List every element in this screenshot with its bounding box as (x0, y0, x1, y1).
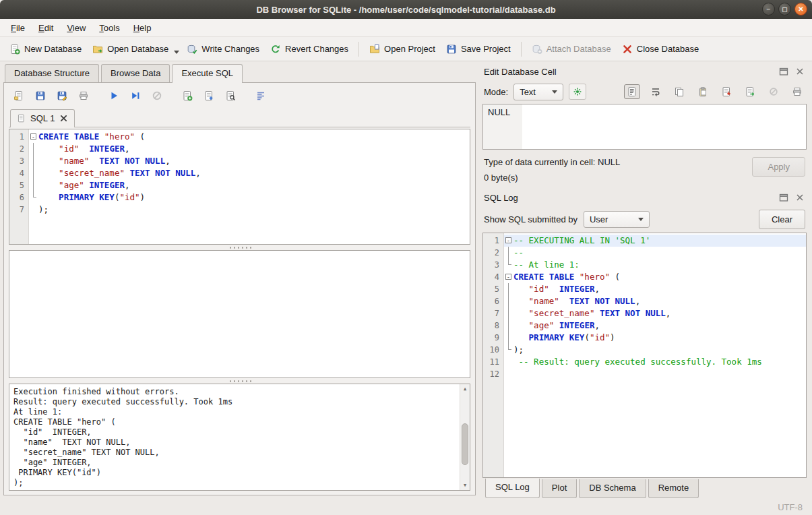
sql-log-filter-row: Show SQL submitted by User Clear (482, 206, 807, 233)
scrollbar-track[interactable] (460, 394, 470, 481)
format-sql-button[interactable] (252, 88, 270, 104)
print-sql-button[interactable] (75, 88, 92, 104)
code-text: -- (513, 247, 524, 259)
fold-marker-icon[interactable]: - (29, 131, 38, 143)
cell-value-editor[interactable]: NULL (482, 104, 807, 150)
stop-execution-icon (152, 90, 162, 101)
sql-tab-1[interactable]: SQL 1 (10, 109, 75, 127)
close-window-button[interactable]: ✕ (794, 3, 807, 16)
statusbar: UTF-8 (0, 498, 812, 515)
splitter-handle[interactable] (9, 378, 470, 384)
tab-database-structure[interactable]: Database Structure (5, 64, 99, 82)
paste-cell-button[interactable] (695, 84, 711, 99)
menu-edit[interactable]: Edit (32, 20, 60, 36)
save-sql-as-icon (57, 90, 67, 101)
stop-execution-button[interactable] (148, 88, 166, 104)
apply-button[interactable]: Apply (752, 157, 805, 177)
line-number: 9 (483, 332, 504, 344)
code-line: 12 (483, 368, 806, 380)
fold-marker-icon (29, 179, 38, 191)
dock-tab-sql-log[interactable]: SQL Log (485, 479, 540, 498)
auto-format-button[interactable] (569, 84, 586, 100)
float-panel-icon[interactable] (778, 66, 789, 77)
print-cell-button[interactable] (789, 84, 805, 99)
code-text: CREATE TABLE "hero" ( (513, 271, 620, 283)
new-database-button[interactable]: New Database (4, 40, 87, 59)
close-database-button[interactable]: Close Database (617, 40, 705, 59)
menu-help[interactable]: Help (127, 20, 158, 36)
save-project-button[interactable]: Save Project (441, 40, 516, 59)
fold-marker-icon (29, 191, 38, 204)
execute-line-button[interactable] (127, 88, 144, 104)
log-line: Result: query executed successfully. Too… (13, 397, 456, 407)
dock-tab-plot[interactable]: Plot (542, 479, 577, 498)
code-line: 7); (9, 204, 470, 216)
scrollbar-thumb[interactable] (462, 423, 468, 465)
fold-marker-icon (504, 295, 513, 307)
log-filter-select[interactable]: User (584, 211, 650, 228)
menu-file[interactable]: File (4, 20, 32, 36)
attach-database-button[interactable]: Attach Database (526, 40, 617, 59)
fold-marker-icon[interactable]: - (504, 235, 513, 247)
open-database-dropdown[interactable] (174, 40, 181, 57)
dock-tab-remote[interactable]: Remote (648, 479, 699, 498)
import-cell-button[interactable] (718, 84, 735, 99)
cell-value-gutter: NULL (483, 104, 522, 149)
export-cell-button[interactable] (742, 84, 758, 99)
open-project-button[interactable]: Open Project (364, 40, 441, 59)
sql-log-view[interactable]: 1--- EXECUTING ALL IN 'SQL 1'2--3-- At l… (482, 233, 807, 478)
line-number: 2 (9, 143, 29, 155)
clear-log-button[interactable]: Clear (759, 210, 805, 229)
open-sql-file-button[interactable] (10, 88, 28, 104)
find-replace-button[interactable] (222, 88, 239, 104)
close-tab-icon[interactable] (59, 114, 68, 123)
tab-browse-data[interactable]: Browse Data (101, 64, 170, 82)
new-sql-tab-button[interactable] (179, 88, 196, 104)
save-sql-file-button[interactable] (32, 88, 49, 104)
sql-editor[interactable]: 1-CREATE TABLE "hero" (2 "id" INTEGER,3 … (9, 129, 470, 245)
maximize-button[interactable]: ◻ (778, 3, 791, 16)
save-sql-as-button[interactable] (53, 88, 71, 104)
query-results-grid (9, 250, 470, 378)
menu-view[interactable]: View (60, 20, 92, 36)
word-wrap-button[interactable] (648, 84, 664, 99)
sql-log-header: SQL Log (482, 189, 807, 206)
execute-all-button[interactable] (105, 88, 123, 104)
find-replace-icon (225, 90, 236, 101)
revert-changes-button[interactable]: Revert Changes (265, 40, 354, 59)
minimize-button[interactable]: − (762, 3, 775, 16)
scroll-down-icon[interactable]: ▼ (460, 481, 470, 490)
vertical-scrollbar[interactable]: ▲ ▼ (460, 384, 470, 490)
tab-execute-sql[interactable]: Execute SQL (172, 64, 243, 83)
print-cell-icon (792, 86, 803, 97)
new-database-label: New Database (24, 44, 82, 54)
text-mode-button[interactable] (624, 84, 640, 99)
dock-tab-db-schema[interactable]: DB Schema (579, 479, 646, 498)
code-text: "secret_name" TEXT NOT NULL, (513, 307, 670, 320)
close-panel-icon[interactable] (794, 192, 805, 203)
write-changes-button[interactable]: Write Changes (181, 40, 265, 59)
set-null-button[interactable] (766, 84, 782, 99)
open-database-icon (92, 44, 103, 55)
chevron-down-icon (638, 218, 644, 221)
open-database-button[interactable]: Open Database (87, 40, 174, 59)
sql-toolbar (9, 86, 470, 107)
float-panel-icon[interactable] (778, 192, 789, 203)
close-database-label: Close Database (637, 44, 699, 54)
open-sql-tab-button[interactable] (200, 88, 218, 104)
text-mode-icon (627, 86, 637, 97)
line-number: 1 (483, 235, 504, 247)
copy-cell-button[interactable] (671, 84, 687, 99)
code-text: -- Result: query executed successfully. … (513, 356, 762, 368)
fold-marker-icon (504, 283, 513, 295)
splitter-handle[interactable] (9, 245, 470, 250)
mode-select[interactable]: Text (513, 84, 563, 100)
close-panel-icon[interactable] (794, 66, 805, 77)
menu-tools[interactable]: Tools (92, 20, 126, 36)
menubar: FileEditViewToolsHelp (0, 19, 812, 37)
scroll-up-icon[interactable]: ▲ (460, 384, 470, 394)
import-cell-icon (721, 86, 732, 97)
main-tabs: Database StructureBrowse DataExecute SQL (3, 63, 476, 82)
revert-changes-label: Revert Changes (285, 44, 348, 54)
fold-marker-icon[interactable]: - (504, 271, 513, 283)
